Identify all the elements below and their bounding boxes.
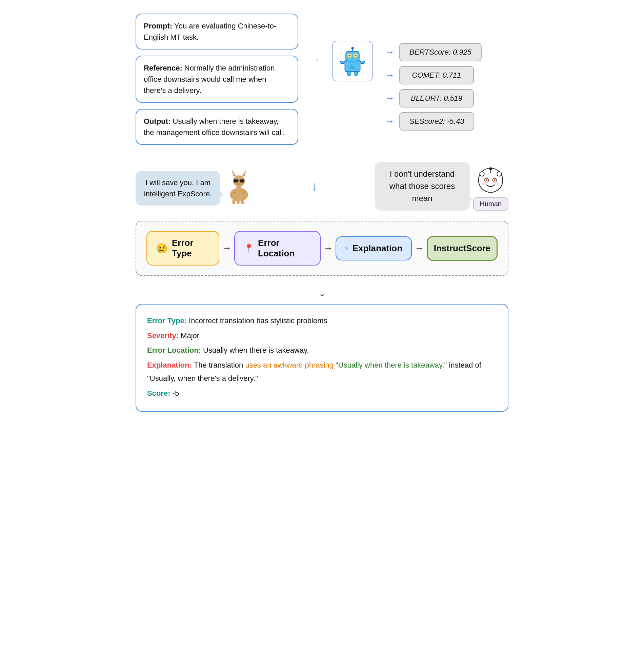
human-figure-col: Human <box>473 166 508 211</box>
output-box: Output: Usually when there is takeaway, … <box>136 109 298 145</box>
pipeline-arrow-3: → <box>415 243 424 254</box>
svg-rect-12 <box>347 72 351 76</box>
instruct-score-label: InstructScore <box>434 243 491 254</box>
svg-point-42 <box>482 182 485 185</box>
score-comet: COMET: 0.711 <box>399 66 474 84</box>
prompt-box: Prompt: You are evaluating Chinese-to-En… <box>136 14 298 50</box>
score-line-1: → BERTScore: 0.925 <box>383 43 482 61</box>
svg-point-36 <box>489 167 492 170</box>
error-type-emoji: 😢 <box>156 243 168 254</box>
svg-point-47 <box>346 248 347 248</box>
pipeline-section: 😢 Error Type → 📍 Error Location → Explan… <box>136 221 508 276</box>
output-explanation-line: Explanation: The translation uses an awk… <box>147 358 497 385</box>
llama-figure <box>224 167 254 206</box>
arrow-score-4: → <box>383 116 397 127</box>
error-location-icon: 📍 <box>244 243 254 253</box>
svg-rect-27 <box>241 200 244 204</box>
score-line-2: → COMET: 0.711 <box>383 66 482 84</box>
arrow-score-2: → <box>383 70 397 81</box>
pipeline-instruct-score: InstructScore <box>427 236 498 261</box>
score-sescore: SEScore2: -5.43 <box>399 112 474 131</box>
output-error-location-value: Usually when there is takeaway, <box>203 346 309 354</box>
svg-rect-21 <box>234 179 238 182</box>
svg-rect-13 <box>354 72 358 76</box>
pipeline-explanation: Explanation <box>336 236 412 260</box>
output-severity-line: Severity: Major <box>147 329 497 343</box>
pipeline-error-location: 📍 Error Location <box>234 231 321 266</box>
inputs-column: Prompt: You are evaluating Chinese-to-En… <box>136 14 298 145</box>
score-bleurt: BLEURT: 0.519 <box>399 89 474 108</box>
reddit-icon <box>476 166 505 195</box>
svg-rect-26 <box>237 200 240 204</box>
llama-speech-bubble: I will save you. I am intelligent ExpSco… <box>136 171 220 206</box>
scores-with-arrows: → BERTScore: 0.925 → COMET: 0.711 → BLEU… <box>383 41 482 133</box>
svg-text:🐦: 🐦 <box>349 63 356 71</box>
svg-point-4 <box>348 55 350 56</box>
reference-box: Reference: Normally the administration o… <box>136 56 298 103</box>
svg-rect-22 <box>240 179 244 182</box>
svg-point-34 <box>480 172 484 176</box>
arrow-to-robot: → <box>308 54 322 65</box>
svg-rect-25 <box>232 200 235 204</box>
pipeline-arrow-1: → <box>222 243 232 254</box>
arrow-score-3: → <box>383 93 397 104</box>
output-explanation-prefix: The translation <box>194 361 243 369</box>
robot-col: 🐦 <box>332 41 373 81</box>
score-line-3: → BLEURT: 0.519 <box>383 89 482 108</box>
error-type-label: Error Type <box>172 238 210 259</box>
human-speech-bubble: I don't understand what those scores mea… <box>375 162 470 211</box>
score-bertscore: BERTScore: 0.925 <box>399 43 482 61</box>
svg-point-40 <box>486 179 487 181</box>
reference-label: Reference: <box>144 64 182 72</box>
svg-point-5 <box>355 55 356 56</box>
output-error-location-line: Error Location: Usually when there is ta… <box>147 344 497 357</box>
svg-point-46 <box>347 248 348 248</box>
human-group: I don't understand what those scores mea… <box>375 162 508 211</box>
svg-point-41 <box>494 179 496 181</box>
output-error-location-label: Error Location: <box>147 346 201 354</box>
brain-circuit-icon <box>345 243 348 253</box>
svg-point-24 <box>237 183 241 185</box>
pipeline-arrow-2: → <box>323 243 333 254</box>
output-score-line: Score: -5 <box>147 387 497 400</box>
left-arrow-col: → <box>308 54 322 65</box>
output-severity-label: Severity: <box>147 331 179 340</box>
output-severity-value: Major <box>181 331 199 340</box>
output-explanation-quote1: "Usually when there is takeaway," <box>336 361 447 369</box>
top-section: Prompt: You are evaluating Chinese-to-En… <box>136 14 508 145</box>
svg-point-35 <box>497 172 502 176</box>
big-down-arrow: ↓ <box>136 285 508 299</box>
output-score-label: Score: <box>147 389 170 397</box>
score-line-4: → SEScore2: -5.43 <box>383 112 482 131</box>
svg-point-48 <box>346 249 347 249</box>
output-label: Output: <box>144 117 170 125</box>
svg-point-7 <box>351 47 354 50</box>
explanation-label: Explanation <box>353 243 402 254</box>
svg-point-45 <box>346 248 346 248</box>
arrow-score-1: → <box>383 47 397 58</box>
right-arrow-col: → BERTScore: 0.925 → COMET: 0.711 → BLEU… <box>383 41 482 133</box>
pipeline-error-type: 😢 Error Type <box>146 231 219 266</box>
llama-speech-text: I will save you. I am intelligent ExpSco… <box>144 178 212 198</box>
llama-icon <box>224 167 254 204</box>
middle-section: I will save you. I am intelligent ExpSco… <box>136 162 508 211</box>
svg-rect-11 <box>360 61 365 63</box>
human-label: Human <box>473 197 508 211</box>
prompt-label: Prompt: <box>144 22 172 30</box>
middle-arrow: ↓ <box>311 179 318 193</box>
output-score-value: -5 <box>173 389 179 397</box>
error-location-label: Error Location <box>258 238 311 259</box>
output-explanation-highlight: uses an awkward phrasing <box>245 361 333 369</box>
robot-box: 🐦 <box>332 41 373 81</box>
output-error-type-label: Error Type: <box>147 316 187 325</box>
human-speech-text: I don't understand what those scores mea… <box>389 169 455 203</box>
llama-group: I will save you. I am intelligent ExpSco… <box>136 167 254 206</box>
output-error-type-value: Incorrect translation has stylistic prob… <box>189 316 327 325</box>
output-explanation-label: Explanation: <box>147 361 192 369</box>
robot-icon: 🐦 <box>337 46 368 76</box>
output-box: Error Type: Incorrect translation has st… <box>136 304 508 412</box>
svg-rect-10 <box>340 61 345 63</box>
output-error-type-line: Error Type: Incorrect translation has st… <box>147 314 497 328</box>
main-container: Prompt: You are evaluating Chinese-to-En… <box>136 14 508 412</box>
svg-point-43 <box>496 182 499 185</box>
